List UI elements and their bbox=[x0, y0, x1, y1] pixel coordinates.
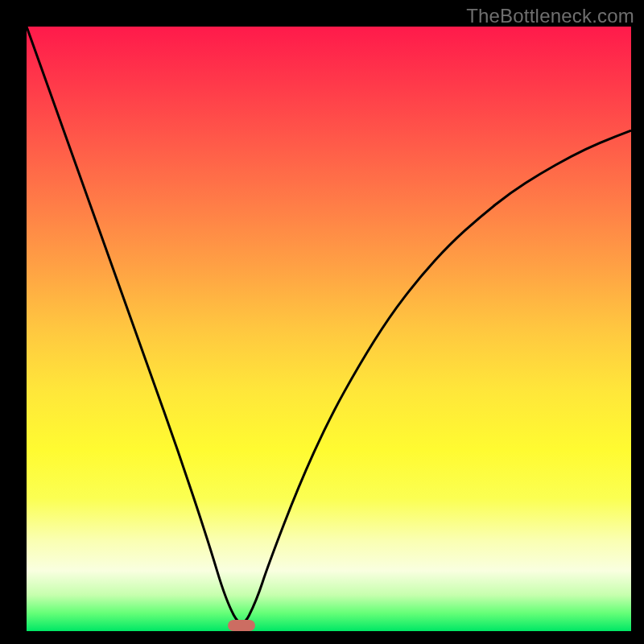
min-marker bbox=[228, 620, 255, 631]
plot-area bbox=[27, 27, 631, 631]
chart-frame: TheBottleneck.com bbox=[0, 0, 644, 644]
watermark-text: TheBottleneck.com bbox=[466, 5, 634, 27]
bottleneck-curve bbox=[27, 27, 631, 631]
